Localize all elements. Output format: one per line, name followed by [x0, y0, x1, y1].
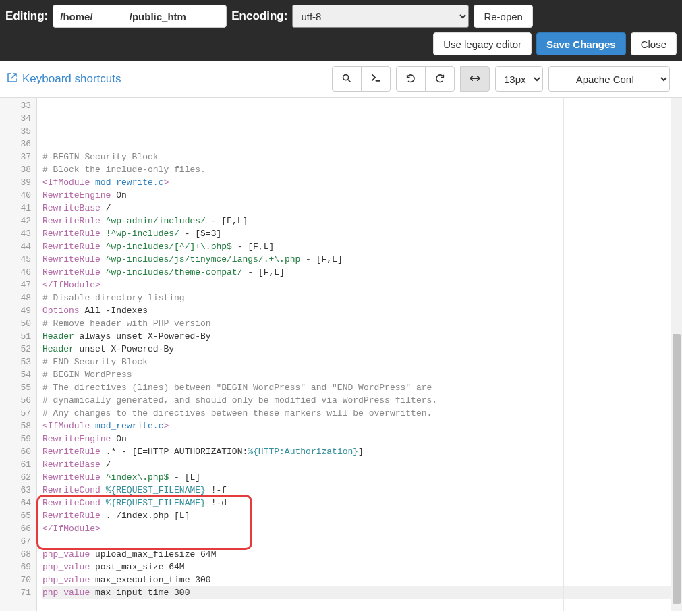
code-line[interactable]: RewriteBase /: [42, 202, 671, 215]
line-number: 43: [0, 227, 31, 240]
line-number: 49: [0, 304, 31, 317]
redo-button[interactable]: [425, 66, 455, 92]
line-number: 70: [0, 573, 31, 586]
syntax-select[interactable]: Apache Conf: [548, 66, 670, 92]
code-line[interactable]: # Disable directory listing: [42, 291, 671, 304]
code-line[interactable]: # END Security Block: [42, 356, 671, 368]
keyboard-shortcuts-link[interactable]: Keyboard shortcuts: [7, 72, 121, 86]
save-button[interactable]: Save Changes: [536, 32, 626, 55]
terminal-button[interactable]: [361, 66, 391, 92]
reopen-button[interactable]: Re-open: [474, 5, 533, 28]
line-number: 47: [0, 279, 31, 291]
code-line[interactable]: php_value max_input_time 300: [42, 586, 671, 599]
line-number: 62: [0, 471, 31, 484]
code-line[interactable]: RewriteBase /: [42, 458, 671, 471]
code-editor[interactable]: 3334353637383940414243444546474849505152…: [0, 98, 682, 611]
redo-icon: [434, 73, 445, 86]
legacy-editor-button[interactable]: Use legacy editor: [433, 32, 532, 55]
code-line[interactable]: RewriteRule ^wp-includes/[^/]+\.php$ - […: [42, 240, 671, 253]
code-line[interactable]: RewriteRule ^wp-admin/includes/ - [F,L]: [42, 215, 671, 227]
code-line[interactable]: RewriteEngine On: [42, 432, 671, 445]
line-number: 41: [0, 202, 31, 215]
line-number: 46: [0, 266, 31, 279]
line-number: 69: [0, 561, 31, 573]
line-number: 39: [0, 176, 31, 189]
code-line[interactable]: # BEGIN Security Block: [42, 150, 671, 163]
search-group: [332, 66, 391, 92]
code-line[interactable]: # BEGIN WordPress: [42, 368, 671, 381]
svg-point-0: [343, 74, 349, 80]
word-wrap-button[interactable]: [460, 66, 490, 92]
file-path-input[interactable]: [53, 5, 227, 28]
font-size-select[interactable]: 13px: [495, 66, 543, 92]
code-line[interactable]: # Remove header with PHP version: [42, 317, 671, 330]
line-number: 44: [0, 240, 31, 253]
vertical-scrollbar[interactable]: [671, 98, 682, 611]
code-line[interactable]: Options All -Indexes: [42, 304, 671, 317]
code-line[interactable]: </IfModule>: [42, 522, 671, 535]
keyboard-shortcuts-label: Keyboard shortcuts: [22, 72, 121, 86]
undo-button[interactable]: [396, 66, 426, 92]
line-number: 57: [0, 407, 31, 420]
code-line[interactable]: <IfModule mod_rewrite.c>: [42, 176, 671, 189]
code-line[interactable]: RewriteCond %{REQUEST_FILENAME} !-f: [42, 484, 671, 497]
code-line[interactable]: RewriteRule ^wp-includes/theme-compat/ -…: [42, 266, 671, 279]
code-line[interactable]: php_value upload_max_filesize 64M: [42, 548, 671, 561]
code-line[interactable]: [42, 535, 671, 548]
line-number: 66: [0, 522, 31, 535]
line-number: 71: [0, 586, 31, 599]
code-line[interactable]: # Block the include-only files.: [42, 163, 671, 176]
code-line[interactable]: Header unset X-Powered-By: [42, 343, 671, 356]
line-number-gutter: 3334353637383940414243444546474849505152…: [0, 98, 37, 611]
line-number: 54: [0, 368, 31, 381]
code-line[interactable]: RewriteEngine On: [42, 189, 671, 202]
line-number: 51: [0, 330, 31, 343]
search-icon: [341, 73, 352, 86]
code-line[interactable]: Header always unset X-Powered-By: [42, 330, 671, 343]
code-line[interactable]: RewriteCond %{REQUEST_FILENAME} !-d: [42, 497, 671, 509]
line-number: 61: [0, 458, 31, 471]
code-line[interactable]: RewriteRule ^index\.php$ - [L]: [42, 471, 671, 484]
line-number: 63: [0, 484, 31, 497]
line-number: 50: [0, 317, 31, 330]
line-number: 55: [0, 381, 31, 394]
code-line[interactable]: RewriteRule ^wp-includes/js/tinymce/lang…: [42, 253, 671, 266]
undo-icon: [405, 73, 416, 86]
editor-toolbar: Keyboard shortcuts 13px Apache Conf: [0, 61, 682, 98]
topbar-row1: Editing: Encoding: utf-8 Re-open: [0, 0, 682, 32]
close-button[interactable]: Close: [631, 32, 677, 55]
line-number: 58: [0, 420, 31, 432]
line-number: 40: [0, 189, 31, 202]
code-line[interactable]: [42, 138, 671, 150]
line-number: 48: [0, 291, 31, 304]
history-group: [396, 66, 455, 92]
line-number: 36: [0, 138, 31, 150]
line-number: 33: [0, 99, 31, 112]
text-cursor: [190, 586, 190, 596]
code-line[interactable]: # dynamically generated, and should only…: [42, 394, 671, 407]
code-line[interactable]: RewriteRule . /index.php [L]: [42, 509, 671, 522]
encoding-select[interactable]: utf-8: [292, 5, 469, 28]
line-number: 65: [0, 509, 31, 522]
topbar-row2: Use legacy editor Save Changes Close: [0, 32, 682, 61]
external-link-icon: [7, 72, 18, 86]
encoding-label: Encoding:: [231, 9, 287, 23]
code-line[interactable]: # The directives (lines) between "BEGIN …: [42, 381, 671, 394]
line-number: 35: [0, 125, 31, 138]
print-margin: [563, 98, 564, 611]
terminal-icon: [370, 72, 382, 86]
scrollbar-thumb[interactable]: [673, 334, 681, 604]
line-number: 60: [0, 445, 31, 458]
code-line[interactable]: </IfModule>: [42, 279, 671, 291]
code-line[interactable]: php_value max_execution_time 300: [42, 573, 671, 586]
code-area[interactable]: # BEGIN Security Block# Block the includ…: [37, 98, 671, 611]
code-line[interactable]: RewriteRule .* - [E=HTTP_AUTHORIZATION:%…: [42, 445, 671, 458]
code-line[interactable]: # Any changes to the directives between …: [42, 407, 671, 420]
line-number: 53: [0, 356, 31, 368]
code-line[interactable]: php_value post_max_size 64M: [42, 561, 671, 573]
code-line[interactable]: [42, 599, 671, 611]
search-button[interactable]: [332, 66, 362, 92]
line-number: 37: [0, 150, 31, 163]
code-line[interactable]: <IfModule mod_rewrite.c>: [42, 420, 671, 432]
code-line[interactable]: RewriteRule !^wp-includes/ - [S=3]: [42, 227, 671, 240]
